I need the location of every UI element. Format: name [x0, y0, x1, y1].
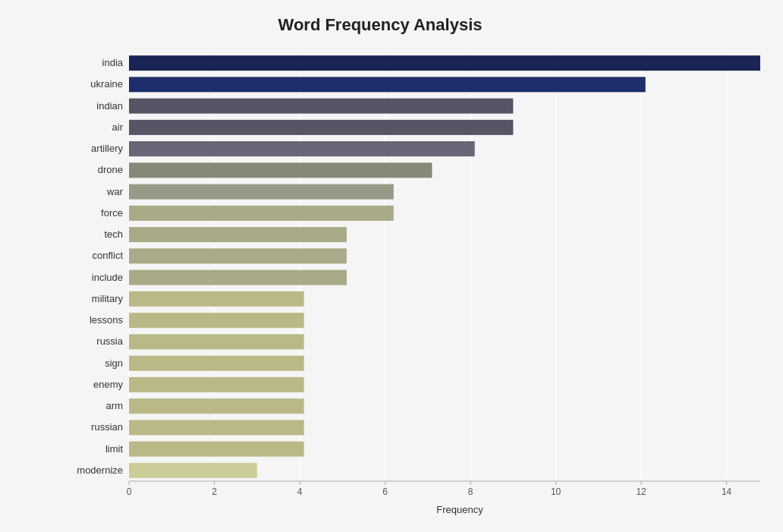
bar-label-lessons: lessons — [90, 314, 124, 326]
bar-include — [129, 270, 347, 285]
bar-war — [129, 184, 394, 200]
bar-sign — [129, 356, 304, 371]
svg-text:12: 12 — [636, 486, 646, 497]
svg-text:14: 14 — [722, 486, 732, 497]
bar-label-include: include — [92, 272, 123, 283]
bar-label-air: air — [112, 121, 124, 133]
bar-label-indian: indian — [96, 100, 123, 112]
bar-military — [129, 291, 304, 307]
bar-modernize — [129, 463, 257, 478]
chart-container: Word Frequency Analysis indiaukraineindi… — [0, 0, 783, 532]
svg-text:4: 4 — [297, 486, 303, 497]
svg-text:0: 0 — [127, 486, 132, 497]
bar-label-conflict: conflict — [93, 250, 124, 261]
x-axis-title: Frequency — [436, 504, 483, 515]
bar-russia — [129, 334, 304, 349]
chart-title: Word Frequency Analysis — [0, 15, 760, 35]
bar-label-modernize: modernize — [77, 464, 123, 476]
bar-enemy — [129, 377, 304, 392]
chart-plot: indiaukraineindianairartillerydronewarfo… — [68, 49, 760, 519]
bar-label-artillery: artillery — [91, 143, 123, 154]
bar-label-ukraine: ukraine — [90, 78, 123, 90]
bar-label-russian: russian — [91, 421, 123, 433]
bar-limit — [129, 442, 304, 457]
bar-artillery — [129, 141, 475, 156]
bar-label-force: force — [101, 207, 123, 219]
bar-label-drone: drone — [98, 164, 123, 175]
bar-force — [129, 206, 394, 221]
bar-indian — [129, 99, 513, 114]
bar-label-limit: limit — [105, 443, 123, 455]
bar-label-military: military — [92, 293, 124, 304]
bar-india — [129, 55, 760, 71]
bar-label-sign: sign — [105, 357, 123, 369]
bar-label-tech: tech — [104, 228, 123, 240]
bar-tech — [129, 227, 347, 242]
svg-text:10: 10 — [551, 486, 561, 497]
bar-label-war: war — [106, 186, 124, 197]
bar-russian — [129, 420, 304, 435]
bar-drone — [129, 162, 432, 178]
svg-text:2: 2 — [212, 486, 217, 497]
bar-lessons — [129, 313, 304, 328]
bar-ukraine — [129, 77, 646, 92]
svg-text:8: 8 — [468, 486, 473, 497]
bar-conflict — [129, 248, 347, 263]
bar-label-enemy: enemy — [93, 379, 124, 390]
svg-text:6: 6 — [382, 486, 388, 497]
bar-arm — [129, 398, 304, 414]
bar-label-india: india — [102, 57, 124, 68]
chart-svg: indiaukraineindianairartillerydronewarfo… — [68, 49, 760, 519]
bar-label-russia: russia — [96, 335, 123, 347]
bar-air — [129, 120, 513, 135]
bar-label-arm: arm — [106, 400, 123, 411]
